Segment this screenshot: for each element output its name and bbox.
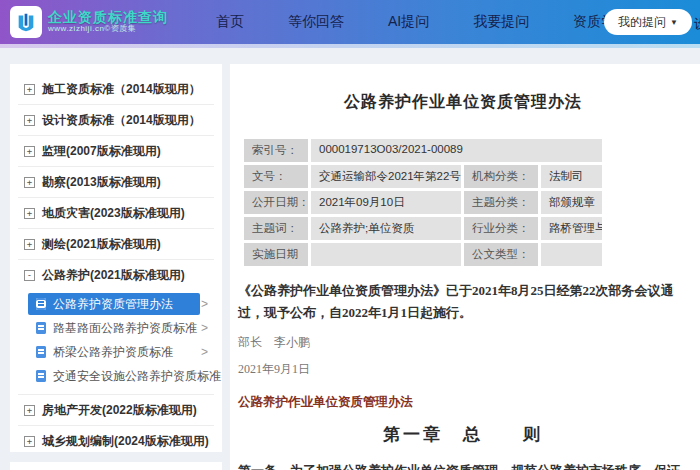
site-subtitle: www.zizhiji.cn©资质集 [48,25,168,34]
collapse-icon[interactable]: - [24,270,35,281]
expand-icon[interactable]: + [24,208,35,219]
sidebar-item[interactable]: +勘察(2013版标准现用) [18,167,214,197]
sidebar-subitem-label: 交通安全设施公路养护资质标准 [53,368,221,385]
sidebar-item[interactable]: +施工资质标准（2014版现用） [18,74,214,104]
sidebar-item[interactable]: -公路养护(2021版标准现用) [18,260,214,290]
site-logo[interactable]: 企业资质标准查询 www.zizhiji.cn©资质集 [10,6,168,38]
expand-icon[interactable]: + [24,405,35,416]
meta-field-label: 行业分类： [464,217,538,240]
sidebar-item-label: 施工资质标准（2014版现用） [42,81,201,98]
nav-item[interactable]: AI提问 [388,13,429,31]
sidebar-item-label: 城乡规划编制(2024版标准现用) [42,433,209,450]
document-subtitle: 公路养护作业单位资质管理办法 [238,394,688,411]
my-questions-dropdown[interactable]: 我的提问 ▼ [604,9,692,35]
meta-field-label: 实施日期 [244,243,308,266]
meta-field-value: 交通运输部令2021年第22号 [311,165,461,188]
meta-table-row: 公开日期：2021年09月10日主题分类：部颁规章 [244,191,602,214]
meta-field-value [541,243,602,266]
document-icon [36,346,46,358]
sidebar-secondary-panel [10,462,222,470]
document-panel: 公路养护作业单位资质管理办法 索引号：000019713O03/2021-000… [230,64,700,470]
document-icon [36,370,46,382]
article-one-paragraph: 第一条 为了加强公路养护作业单位资质管理，规范公路养护市场秩序，保证公路养护质量… [238,460,688,470]
sidebar-item-label: 公路养护(2021版标准现用) [42,267,185,284]
sidebar-item-label: 地质灾害(2023版标准现用) [42,205,185,222]
my-questions-label: 我的提问 [618,14,666,31]
site-title: 企业资质标准查询 [48,10,168,25]
sidebar-subitem[interactable]: 路基路面公路养护资质标准> [18,316,214,340]
sidebar-item[interactable]: +测绘(2021版标准现用) [18,229,214,259]
expand-icon[interactable]: + [24,84,35,95]
expand-icon[interactable]: + [24,146,35,157]
sidebar-item[interactable]: +地质灾害(2023版标准现用) [18,198,214,228]
sidebar-subitem-label: 路基路面公路养护资质标准 [53,320,197,337]
meta-field-label: 主题分类： [464,191,538,214]
sidebar-subitem-label: 桥梁公路养护资质标准 [53,344,173,361]
category-sidebar: +施工资质标准（2014版现用）+设计资质标准（2014版现用）+监理(2007… [10,64,222,452]
chevron-right-icon: > [201,321,208,335]
announcement-paragraph: 《公路养护作业单位资质管理办法》已于2021年8月25日经第22次部务会议通过，… [238,280,688,324]
nav-item[interactable]: 首页 [216,13,244,31]
document-icon [36,322,46,334]
meta-field-value: 公路养护;单位资质 [311,217,461,240]
meta-field-label: 公文类型： [464,243,538,266]
expand-icon[interactable]: + [24,239,35,250]
signature-date: 2021年9月1日 [238,361,688,378]
sidebar-item[interactable]: +房地产开发(2022版标准现用) [18,395,214,425]
meta-field-label: 主题词： [244,217,308,240]
chevron-right-icon: > [201,297,208,311]
sidebar-item[interactable]: +监理(2007版标准现用) [18,136,214,166]
page-title: 公路养护作业单位资质管理办法 [238,92,688,113]
sidebar-subitem-label: 公路养护资质管理办法 [53,296,173,313]
meta-field-value: 2021年09月10日 [311,191,461,214]
meta-field-value: 000019713O03/2021-00089 [311,139,602,162]
chevron-right-icon: > [201,369,208,383]
sidebar-item[interactable]: +城乡规划编制(2024版标准现用) [18,426,214,456]
expand-icon[interactable]: + [24,436,35,447]
expand-icon[interactable]: + [24,115,35,126]
minister-signature: 部长 李小鹏 [238,334,688,351]
meta-field-value: 法制司 [541,165,602,188]
sidebar-item-label: 监理(2007版标准现用) [42,143,161,160]
chevron-down-icon: ▼ [670,18,678,27]
building-logo-glyph [15,11,37,33]
expand-icon[interactable]: + [24,177,35,188]
document-meta-table: 索引号：000019713O03/2021-00089文号：交通运输部令2021… [244,139,602,266]
meta-field-value [311,243,461,266]
sidebar-item-label: 勘察(2013版标准现用) [42,174,161,191]
logo-icon [10,6,42,38]
meta-field-label: 公开日期： [244,191,308,214]
meta-field-label: 索引号： [244,139,308,162]
meta-table-row: 主题词：公路养护;单位资质行业分类：路桥管理与养护 [244,217,602,240]
chapter-one-heading: 第一章 总 则 [238,423,688,446]
sidebar-item-label: 房地产开发(2022版标准现用) [42,402,197,419]
header-accent-strip [0,44,700,48]
sidebar-subitem[interactable]: 交通安全设施公路养护资质标准> [18,364,214,388]
meta-table-row: 索引号：000019713O03/2021-00089 [244,139,602,162]
sidebar-item[interactable]: +设计资质标准（2014版现用） [18,105,214,135]
meta-field-label: 机构分类： [464,165,538,188]
document-icon [36,298,46,310]
sidebar-subitem[interactable]: 公路养护资质管理办法> [18,292,214,316]
nav-item[interactable]: 我要提问 [473,13,529,31]
sidebar-subitem[interactable]: 桥梁公路养护资质标准> [18,340,214,364]
meta-field-value: 路桥管理与养护 [541,217,602,240]
meta-field-label: 文号： [244,165,308,188]
meta-field-value: 部颁规章 [541,191,602,214]
meta-table-row: 文号：交通运输部令2021年第22号机构分类：法制司 [244,165,602,188]
sidebar-item-label: 设计资质标准（2014版现用） [42,112,201,129]
meta-table-row: 实施日期公文类型： [244,243,602,266]
main-nav: 首页等你回答AI提问我要提问资质学堂 [216,13,629,31]
sidebar-item-label: 测绘(2021版标准现用) [42,236,161,253]
nav-item[interactable]: 等你回答 [288,13,344,31]
nav-item-clipped[interactable]: 设 [694,15,700,33]
top-navbar: 企业资质标准查询 www.zizhiji.cn©资质集 首页等你回答AI提问我要… [0,0,700,44]
chevron-right-icon: > [201,345,208,359]
